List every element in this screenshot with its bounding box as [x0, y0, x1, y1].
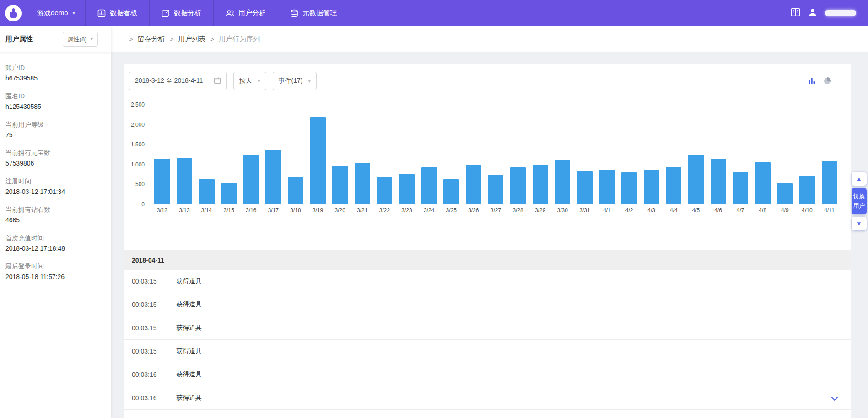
chart-bar[interactable] — [396, 105, 418, 204]
x-axis-label: 4/7 — [729, 207, 752, 214]
bar-chart-icon[interactable] — [808, 77, 816, 85]
property-value: 2018-03-12 17:01:34 — [5, 188, 105, 195]
chart-bar[interactable] — [818, 105, 841, 204]
chart-bar[interactable] — [218, 105, 240, 204]
chart-bar[interactable] — [507, 105, 529, 204]
chart-bar[interactable] — [195, 105, 218, 204]
previous-user-button[interactable]: ▲ — [852, 172, 867, 186]
chart-bar[interactable] — [463, 105, 485, 204]
x-axis-label: 3/27 — [485, 207, 507, 214]
chart-bar[interactable] — [485, 105, 507, 204]
y-axis-label: 500 — [135, 181, 145, 188]
event-name: 获得道具 — [176, 394, 202, 402]
chart-bar[interactable] — [751, 105, 774, 204]
chart-bar[interactable] — [307, 105, 329, 204]
username-redacted[interactable] — [825, 10, 856, 16]
event-name: 获得道具 — [176, 277, 202, 285]
x-axis-label: 3/30 — [551, 207, 574, 214]
chart-bar[interactable] — [418, 105, 440, 204]
x-axis-label: 3/28 — [507, 207, 529, 214]
event-row[interactable]: 00:03:15 获得道具 — [124, 340, 851, 363]
chevron-down-icon: ▾ — [90, 36, 93, 42]
x-axis-label: 3/18 — [285, 207, 307, 214]
event-row[interactable]: 00:03:15 获得道具 — [124, 270, 851, 293]
x-axis-label: 3/29 — [529, 207, 551, 214]
nav-item-dashboard[interactable]: 数据看板 — [86, 0, 150, 26]
x-axis-label: 4/4 — [663, 207, 685, 214]
chart-bar[interactable] — [240, 105, 262, 204]
event-row[interactable]: 00:03:15 获得道具 — [124, 316, 851, 340]
nav-item-label: 用户分群 — [238, 9, 266, 17]
property-label: 首次充值时间 — [5, 234, 105, 242]
chart-bar[interactable] — [373, 105, 396, 204]
attributes-dropdown[interactable]: 属性(8) ▾ — [63, 32, 98, 47]
x-axis-label: 3/15 — [218, 207, 240, 214]
breadcrumb-item[interactable]: > 留存分析 — [124, 35, 165, 43]
user-properties-sidebar: 用户属性 属性(8) ▾ 账户ID h67539585 匿名ID h125430… — [0, 26, 111, 418]
event-row[interactable]: 00:03:15 获得道具 — [124, 293, 851, 316]
breadcrumb-label: 留存分析 — [138, 35, 165, 43]
chart-bar[interactable] — [262, 105, 285, 204]
property-label: 最后登录时间 — [5, 263, 105, 271]
date-range-picker[interactable]: 2018-3-12 至 2018-4-11 — [129, 72, 227, 90]
property-item: 首次充值时间 2018-03-12 17:18:48 — [5, 234, 105, 252]
chart-bar[interactable] — [796, 105, 819, 204]
event-time: 00:03:15 — [132, 348, 176, 355]
chart-bar[interactable] — [551, 105, 574, 204]
nav-item-metadata[interactable]: 元数据管理 — [278, 0, 349, 26]
event-row[interactable]: 00:03:16 获得道具 — [124, 363, 851, 386]
analysis-icon — [162, 9, 170, 17]
chart-bar[interactable] — [618, 105, 641, 204]
manual-icon[interactable] — [791, 8, 800, 18]
y-axis-label: 1,000 — [131, 161, 145, 168]
event-list: 2018-04-11 00:03:15 获得道具 00:03:15 获得道具 — [124, 250, 851, 410]
database-icon — [290, 9, 298, 17]
user-avatar-icon[interactable] — [809, 8, 817, 18]
chart-plot: 3/123/133/143/153/163/173/183/193/203/21… — [151, 105, 841, 214]
chart-bar[interactable] — [285, 105, 307, 204]
chart-bar[interactable] — [529, 105, 551, 204]
app-logo[interactable] — [0, 0, 27, 26]
chart-bar[interactable] — [663, 105, 685, 204]
breadcrumb-item[interactable]: > 用户列表 — [165, 35, 206, 43]
event-time: 00:03:16 — [132, 394, 176, 402]
nav-item-user-segments[interactable]: 用户分群 — [214, 0, 278, 26]
property-list: 账户ID h67539585 匿名ID h125430585 当前用户等级 75… — [0, 52, 111, 280]
chevron-down-icon: ▾ — [308, 78, 311, 84]
behavior-sequence-card: 2018-3-12 至 2018-4-11 按天 ▾ — [124, 64, 851, 418]
sidebar-title: 用户属性 — [5, 35, 33, 43]
next-user-button[interactable]: ▼ — [852, 217, 867, 230]
expand-chevron-icon[interactable] — [830, 395, 839, 403]
chart-bar[interactable] — [151, 105, 173, 204]
nav-item-label: 元数据管理 — [302, 9, 337, 17]
event-filter-value: 事件(17) — [279, 77, 303, 85]
chart-x-labels: 3/123/133/143/153/163/173/183/193/203/21… — [151, 207, 841, 214]
chart-bar[interactable] — [329, 105, 351, 204]
property-item: 当前拥有钻石数 4665 — [5, 206, 105, 224]
chart-bar[interactable] — [774, 105, 796, 204]
pie-chart-icon[interactable] — [823, 77, 831, 85]
chart-bar[interactable] — [351, 105, 373, 204]
nav-item-analysis[interactable]: 数据分析 — [150, 0, 214, 26]
chart-toolbar: 2018-3-12 至 2018-4-11 按天 ▾ — [124, 64, 851, 90]
chart-bar[interactable] — [596, 105, 618, 204]
chart-bar[interactable] — [729, 105, 752, 204]
event-filter-select[interactable]: 事件(17) ▾ — [273, 72, 317, 90]
chart-bar[interactable] — [173, 105, 196, 204]
chart-bar[interactable] — [685, 105, 707, 204]
chart-bar[interactable] — [640, 105, 663, 204]
logo-hand-icon — [5, 5, 22, 22]
y-axis-label: 1,500 — [131, 141, 145, 148]
event-row[interactable]: 00:03:16 获得道具 — [124, 386, 851, 410]
users-icon — [226, 9, 234, 17]
chart-bar[interactable] — [440, 105, 463, 204]
property-value: 4665 — [5, 216, 105, 224]
granularity-select[interactable]: 按天 ▾ — [233, 72, 266, 90]
chart-bar[interactable] — [574, 105, 596, 204]
project-selector[interactable]: 游戏demo ▾ — [27, 0, 86, 26]
x-axis-label: 3/23 — [396, 207, 418, 214]
breadcrumb-item[interactable]: > 用户行为序列 — [206, 35, 260, 43]
calendar-icon — [214, 77, 221, 86]
chart-bar[interactable] — [707, 105, 729, 204]
breadcrumb-label: 用户行为序列 — [219, 35, 260, 43]
